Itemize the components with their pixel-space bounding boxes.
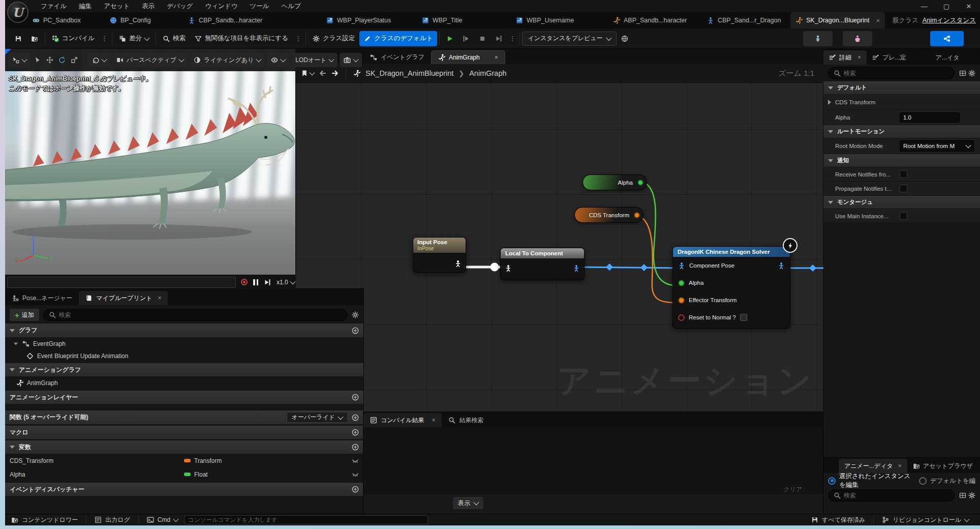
playback-speed-dropdown[interactable]: x1.0 [277, 279, 295, 286]
anim-preview-search[interactable] [828, 489, 955, 502]
add-function-icon[interactable] [352, 414, 359, 421]
skeleton-mode-button[interactable] [803, 31, 833, 46]
add-button[interactable]: +追加 [10, 309, 39, 321]
perspective-dropdown[interactable]: パースペクティブ [112, 53, 188, 67]
unreal-logo-icon[interactable]: U [7, 2, 28, 23]
menu-help[interactable]: ヘルプ [275, 2, 307, 11]
reset-input-pin[interactable] [678, 314, 685, 321]
back-arrow-icon[interactable] [319, 70, 326, 77]
transform-tool-dropdown[interactable] [8, 53, 30, 67]
receive-notifies-checkbox[interactable] [900, 170, 907, 178]
tab-anim-graph[interactable]: AnimGraph × [431, 50, 505, 64]
row-variable-cds[interactable]: CDS_Transform Transform [5, 454, 363, 467]
cmd-dropdown[interactable]: Cmd [141, 514, 184, 526]
eject-button[interactable] [491, 31, 507, 46]
revision-control-dropdown[interactable]: リビジョンコントロール [876, 514, 975, 526]
section-variables[interactable]: 変数 [5, 440, 363, 454]
forward-arrow-icon[interactable] [331, 70, 339, 77]
section-default[interactable]: デフォルト [823, 81, 980, 95]
close-tab-icon[interactable]: × [898, 462, 902, 469]
all-saved-button[interactable]: すべて保存済み [805, 514, 871, 526]
diff-button[interactable]: 差分 [114, 31, 154, 46]
show-filter-dropdown[interactable]: 表示 [453, 497, 483, 509]
section-functions[interactable]: 関数 (5 オーバーライド可能) オーバーライド [5, 410, 363, 424]
pose-input-pin[interactable] [505, 264, 512, 272]
menu-asset[interactable]: アセット [98, 2, 136, 11]
tab-abp-character[interactable]: ABP_Sandb...haracter [608, 12, 692, 28]
close-tab-icon[interactable]: × [495, 54, 498, 61]
maximize-button[interactable]: ▢ [935, 0, 958, 12]
tab-bp-config[interactable]: BP_Config [105, 12, 156, 28]
compile-button[interactable]: コンパイル [47, 31, 99, 46]
tab-cbp-dragon[interactable]: CBP_Sand...r_Dragon [702, 12, 786, 28]
blueprint-mode-button[interactable] [930, 31, 964, 46]
pose-output-pin[interactable] [454, 260, 462, 267]
add-event-dispatcher-icon[interactable] [352, 486, 359, 493]
close-tab-icon[interactable]: × [876, 17, 880, 24]
stop-button[interactable] [474, 31, 491, 46]
tab-details[interactable]: 詳細 × [823, 50, 867, 65]
section-macros[interactable]: マクロ [5, 426, 363, 439]
class-settings-button[interactable]: クラス設定 [308, 31, 359, 46]
alpha-output-pin[interactable] [637, 180, 644, 186]
gear-icon[interactable] [968, 492, 975, 499]
close-tab-icon[interactable]: × [858, 54, 861, 61]
close-tab-icon[interactable]: × [432, 417, 435, 424]
menu-tools[interactable]: ツール [243, 2, 275, 11]
play-button[interactable] [442, 31, 458, 46]
menu-edit[interactable]: 編集 [73, 2, 98, 11]
node-local-to-component[interactable]: Local To Component [500, 248, 585, 280]
tab-cbp-character[interactable]: CBP_Sandb...haracter [183, 12, 267, 28]
search-input[interactable] [844, 492, 949, 499]
details-search[interactable] [828, 67, 955, 79]
add-variable-icon[interactable] [352, 444, 359, 451]
tab-wbp-playerstatus[interactable]: WBP_PlayerStatus [321, 12, 396, 28]
class-defaults-button[interactable]: クラスのデフォルト [359, 31, 437, 46]
frame-skip-button[interactable] [458, 31, 474, 46]
hide-unrelated-button[interactable]: 無関係な項目を非表示にする [190, 31, 293, 46]
pose-input-pin[interactable] [678, 262, 685, 269]
closed-eye-icon[interactable] [352, 471, 359, 478]
pause-button[interactable] [253, 279, 258, 285]
tab-wbp-title[interactable]: WBP_Title [417, 12, 468, 28]
debug-filter-button[interactable] [617, 31, 633, 46]
use-main-instance-checkbox[interactable] [900, 212, 907, 220]
preview-viewport-panel[interactable]: Z X Y パースペクティブ ライティングあり LODオート [5, 49, 296, 289]
gear-icon[interactable] [968, 70, 975, 77]
lod-dropdown[interactable]: LODオート [291, 53, 338, 67]
reset-checkbox[interactable] [740, 314, 747, 321]
tab-preview-settings[interactable]: プレ...定 [867, 50, 912, 65]
parent-class-link[interactable]: Animインスタンス [923, 16, 976, 25]
tab-find-results[interactable]: 結果検索 [442, 413, 490, 427]
mesh-mode-button[interactable] [843, 31, 872, 46]
tab-anim-editor[interactable]: ア...イタ [930, 50, 965, 65]
alpha-value-input[interactable] [900, 112, 960, 123]
closed-eye-icon[interactable] [352, 457, 359, 464]
snap-dropdown[interactable] [88, 53, 110, 67]
section-event-dispatchers[interactable]: イベントディスパッチャー [5, 483, 363, 496]
hide-unrelated-options-icon[interactable]: ⋮ [293, 35, 303, 42]
menu-window[interactable]: ウィンドウ [199, 2, 244, 11]
node-variable-alpha[interactable]: Alpha [583, 174, 647, 190]
show-flags-dropdown[interactable] [267, 53, 289, 67]
root-motion-mode-dropdown[interactable]: Root Motion from M [900, 140, 974, 152]
compile-options-icon[interactable]: ⋮ [99, 35, 110, 42]
close-button[interactable]: ✕ [958, 0, 980, 12]
breadcrumb-current[interactable]: AnimGraph [469, 69, 506, 77]
minimize-button[interactable]: — [913, 0, 935, 12]
pose-output-pin[interactable] [778, 262, 785, 269]
content-drawer-button[interactable]: コンテンツドロワー [5, 514, 84, 526]
play-options-icon[interactable]: ⋮ [507, 35, 517, 42]
preview-instance-dropdown[interactable]: インスタンスをプレビュー [522, 32, 616, 46]
pose-output-pin[interactable] [573, 264, 580, 272]
output-log-button[interactable]: 出力ログ [88, 514, 136, 526]
browse-asset-button[interactable] [26, 31, 43, 46]
transform-output-pin[interactable] [634, 212, 640, 218]
propagate-notifies-checkbox[interactable] [900, 185, 907, 192]
tab-anim-preview-data[interactable]: アニメー...ディタ × [839, 459, 907, 473]
close-tab-icon[interactable]: × [158, 295, 161, 302]
tab-compile-results[interactable]: コンパイル結果 × [363, 413, 442, 427]
breadcrumb-root[interactable]: SK_Dragon_AnimBlueprint [365, 69, 453, 77]
effector-transform-input-pin[interactable] [678, 297, 685, 304]
node-input-pose[interactable]: Input Pose InPose [413, 237, 466, 273]
